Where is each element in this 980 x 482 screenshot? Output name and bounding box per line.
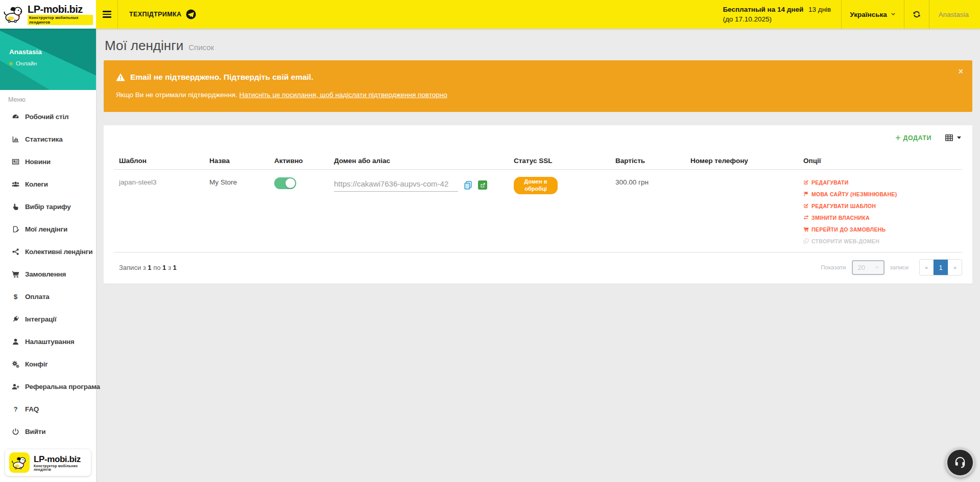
cell-name: My Store <box>204 170 269 253</box>
option-label: РЕДАГУВАТИ ШАБЛОН <box>811 203 876 209</box>
sidebar-toggle-button[interactable] <box>96 0 117 29</box>
caret-down-icon <box>957 136 961 139</box>
option-label: РЕДАГУВАТИ <box>811 179 849 186</box>
sidebar-brand-card[interactable]: LP-mobi.biz Конструктор мобільних лендін… <box>5 449 91 476</box>
language-label: Українська <box>850 11 887 18</box>
table-header-row: Шаблон Назва Активно Домен або аліас Ста… <box>114 149 962 170</box>
page-title: Мої лендінги <box>105 37 183 54</box>
external-link-icon <box>480 182 486 188</box>
chart-icon <box>12 135 19 143</box>
sidebar-item-label: Інтеграції <box>25 315 56 323</box>
footer-brand-subtitle: Конструктор мобільних лендінгів <box>34 464 87 471</box>
column-header-options[interactable]: Опції <box>798 149 962 170</box>
page-header: Мої лендінги Список <box>104 36 972 54</box>
sidebar-item-label: Новини <box>25 158 51 166</box>
sidebar-user-block: Anastasia Онлайн <box>0 29 96 90</box>
active-toggle[interactable] <box>274 177 296 189</box>
row-option-link[interactable]: СТВОРИТИ WEB-ДОМЕН <box>803 235 957 247</box>
app-window: LP-mobi.biz Конструктор мобильных лендин… <box>0 0 980 482</box>
sidebar-item-label: Налаштування <box>25 338 74 346</box>
sidebar-item-label: Робочий стіл <box>25 113 68 121</box>
row-option-link[interactable]: РЕДАГУВАТИ ШАБЛОН <box>803 200 957 212</box>
column-header-price[interactable]: Вартість <box>610 149 685 170</box>
page-size-select[interactable]: 20 <box>852 260 885 275</box>
column-header-domain[interactable]: Домен або аліас <box>329 149 509 170</box>
email-warning-banner: Email не підтверджено. Підтвердіть свій … <box>104 60 972 112</box>
sidebar-user-name: Anastasia <box>9 48 42 56</box>
sidebar-user-status: Онлайн <box>16 60 37 66</box>
row-option-link[interactable]: ПЕРЕЙТИ ДО ЗАМОВЛЕНЬ <box>803 223 957 235</box>
refresh-button[interactable] <box>904 0 929 29</box>
topbar-username[interactable]: Anastasia <box>929 0 980 29</box>
resend-confirmation-link[interactable]: Натисніть це посилання, щоб надіслати пі… <box>240 91 447 99</box>
chevron-down-icon <box>875 265 879 270</box>
row-option-link[interactable]: МОВА САЙТУ (НЕЗМІНЮВАНЕ) <box>803 188 957 200</box>
sidebar-item-label: Конфіг <box>25 360 48 368</box>
column-header-name[interactable]: Назва <box>204 149 269 170</box>
plug-icon <box>12 315 19 323</box>
table-grid-icon <box>945 133 953 142</box>
columns-dropdown-button[interactable] <box>945 133 961 142</box>
alert-text: Якщо Ви не отримали підтвердження. <box>116 91 240 99</box>
landings-table: Шаблон Назва Активно Домен або аліас Ста… <box>114 149 962 253</box>
sidebar-menu-item[interactable]: Новини <box>0 150 96 173</box>
column-header-ssl[interactable]: Статус SSL <box>509 149 610 170</box>
sidebar-menu-item[interactable]: Колеги <box>0 173 96 195</box>
chat-widget-button[interactable] <box>945 448 975 477</box>
sidebar-menu-item[interactable]: Конфіг <box>0 353 96 375</box>
sidebar-menu-item[interactable]: Реферальна програма <box>0 375 96 398</box>
table-row: japan-steel3 My Store <box>114 170 962 253</box>
trial-days-left: 13 днів <box>808 6 831 13</box>
sidebar-menu-item[interactable]: Статистика <box>0 128 96 150</box>
row-option-link[interactable]: ЗМІНИТИ ВЛАСНИКА <box>803 212 957 223</box>
option-label: СТВОРИТИ WEB-ДОМЕН <box>811 238 879 244</box>
sidebar-menu-item[interactable]: FAQ <box>0 398 96 420</box>
ssl-status-badge: Домен в обробці <box>514 177 558 194</box>
support-link[interactable]: ТЕХПІДТРИМКА <box>118 0 207 29</box>
sidebar-item-label: Вийти <box>25 428 45 435</box>
sidebar-menu-item[interactable]: Колективні лендінги <box>0 240 96 263</box>
cogs-icon <box>12 360 19 368</box>
online-status-dot <box>9 62 13 65</box>
sidebar-menu-item[interactable]: Замовлення <box>0 263 96 285</box>
sidebar-item-label: Мої лендінги <box>25 225 67 233</box>
row-option-link[interactable]: РЕДАГУВАТИ <box>803 176 957 188</box>
domain-input[interactable] <box>334 178 458 192</box>
sidebar-menu-item[interactable]: Вийти <box>0 420 96 443</box>
dollar-icon <box>12 293 19 301</box>
headset-icon <box>953 455 967 470</box>
option-label: ЗМІНИТИ ВЛАСНИКА <box>811 215 870 221</box>
option-label: ПЕРЕЙТИ ДО ЗАМОВЛЕНЬ <box>811 226 886 233</box>
dog-logo-icon <box>3 5 25 24</box>
sidebar-menu-item[interactable]: Робочий стіл <box>0 105 96 128</box>
column-header-template[interactable]: Шаблон <box>114 149 204 170</box>
sidebar-menu-item[interactable]: Вибір тарифу <box>0 195 96 218</box>
footer-brand-title: LP-mobi.biz <box>34 454 87 464</box>
sidebar-menu-item[interactable]: Налаштування <box>0 330 96 353</box>
pagination-next-button[interactable]: » <box>948 260 962 275</box>
user-icon <box>12 338 19 346</box>
pagination-prev-button[interactable]: « <box>920 260 934 275</box>
close-icon[interactable]: × <box>959 67 963 76</box>
open-site-button[interactable] <box>478 180 487 190</box>
brand-logo[interactable]: LP-mobi.biz Конструктор мобильных лендин… <box>0 0 96 29</box>
add-button[interactable]: ДОДАТИ <box>895 134 931 142</box>
pagination-page-1[interactable]: 1 <box>934 260 948 275</box>
language-dropdown[interactable]: Українська <box>842 0 903 29</box>
refresh-icon <box>913 10 921 18</box>
pagination: « 1 » <box>919 259 962 276</box>
edit-icon <box>803 179 809 185</box>
sidebar-item-label: FAQ <box>25 405 39 413</box>
newspaper-icon <box>12 158 19 166</box>
alert-title: Email не підтверджено. Підтвердіть свій … <box>130 73 313 82</box>
trial-plan-label: Бесплатный на 14 дней <box>723 6 803 13</box>
cell-price: 300.00 грн <box>610 170 685 253</box>
menu-section-label: Меню <box>8 96 96 103</box>
sidebar-menu-item[interactable]: Мої лендінги <box>0 218 96 240</box>
copy-icon[interactable] <box>464 181 472 190</box>
sidebar-menu-item[interactable]: Інтеграції <box>0 308 96 330</box>
sidebar-menu-item[interactable]: Оплата <box>0 285 96 308</box>
column-header-active[interactable]: Активно <box>269 149 329 170</box>
column-header-phone[interactable]: Номер телефону <box>685 149 798 170</box>
dashboard-icon <box>12 113 19 121</box>
